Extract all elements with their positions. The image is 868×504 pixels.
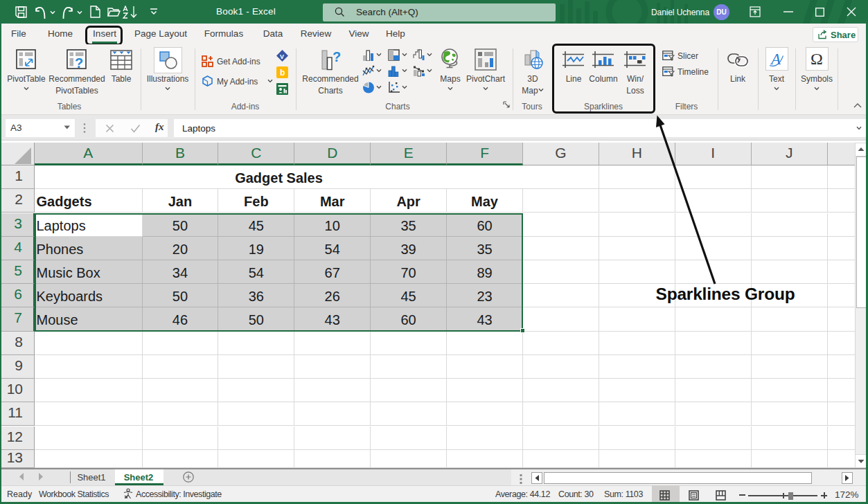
svg-text:?: ?	[75, 55, 83, 70]
svg-text:?: ?	[333, 49, 341, 64]
svg-text:V: V	[280, 53, 284, 60]
svg-text:Ω: Ω	[811, 50, 823, 68]
svg-text:b: b	[280, 68, 285, 78]
